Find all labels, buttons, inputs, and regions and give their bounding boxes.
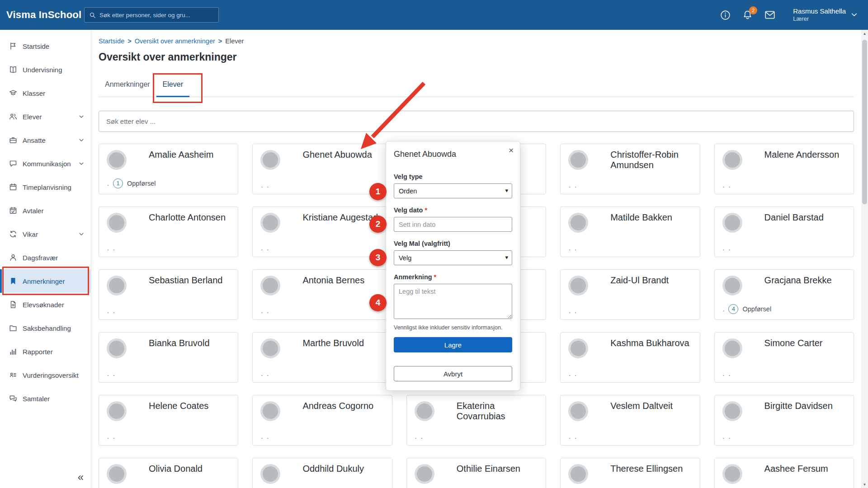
meta-dot: . xyxy=(113,371,115,377)
breadcrumb-item[interactable]: Startside xyxy=(99,38,124,45)
chevron-down-icon xyxy=(850,11,858,19)
student-card[interactable]: Birgitte Davidsen.. xyxy=(714,395,854,446)
chart-icon xyxy=(9,347,17,356)
type-select[interactable]: Orden xyxy=(394,183,512,198)
student-card[interactable]: Zaid-Ul Brandt.. xyxy=(560,269,700,320)
student-name: Matilde Bakken xyxy=(610,212,694,223)
sidebar-item-kommunikasjon[interactable]: Kommunikasjon xyxy=(0,152,91,175)
student-name: Kashma Bukharova xyxy=(610,338,694,348)
cancel-button[interactable]: Avbryt xyxy=(394,366,512,381)
meta-dot: . xyxy=(113,245,115,251)
mal-select[interactable]: Velg xyxy=(394,250,512,265)
sidebar-item-timeplanvisning[interactable]: Timeplanvisning xyxy=(0,175,91,199)
student-card[interactable]: Olivia Donald.. xyxy=(99,458,238,488)
student-card[interactable]: Malene Andersson.. xyxy=(714,144,854,194)
sidebar-item-label: Startside xyxy=(23,42,49,50)
student-search-input[interactable] xyxy=(99,111,854,132)
date-input[interactable] xyxy=(394,217,512,232)
sidebar-item-samtaler[interactable]: Samtaler xyxy=(0,387,91,410)
global-search[interactable] xyxy=(84,7,219,23)
scroll-up-button[interactable]: ▲ xyxy=(861,30,868,37)
scrollbar[interactable]: ▲ ▼ xyxy=(861,30,868,488)
student-meta: .. xyxy=(723,433,731,440)
student-name: Amalie Aasheim xyxy=(149,150,232,160)
student-card[interactable]: Sebastian Berland.. xyxy=(99,269,238,320)
student-card[interactable]: Veslem Daltveit.. xyxy=(560,395,700,446)
user-menu[interactable]: Rasmus Salthella Lærer xyxy=(793,7,858,23)
student-name: Helene Coates xyxy=(149,401,232,411)
sidebar: StartsideUndervisningKlasserEleverAnsatt… xyxy=(0,30,91,488)
student-card[interactable]: Gracjana Brekke.4Oppførsel xyxy=(714,269,854,320)
student-card[interactable]: Andreas Cogorno.. xyxy=(252,395,392,446)
sidebar-item-vikar[interactable]: Vikar xyxy=(0,222,91,246)
meta-dot: . xyxy=(728,182,730,188)
sidebar-item-anmerkninger[interactable]: Anmerkninger xyxy=(0,269,91,293)
student-card[interactable]: Ekaterina Covarrubias.. xyxy=(406,395,546,446)
sidebar-item-vurderingsoversikt[interactable]: Vurderingsoversikt xyxy=(0,363,91,387)
student-card[interactable]: Kashma Bukharova.. xyxy=(560,332,700,383)
sidebar-item-avtaler[interactable]: Avtaler xyxy=(0,199,91,222)
student-card[interactable]: Oddhild Dukuly.. xyxy=(252,458,392,488)
student-card[interactable]: Marthe Bruvold.. xyxy=(252,332,392,383)
sidebar-collapse-button[interactable]: « xyxy=(78,472,84,483)
sidebar-item-dagsfravær[interactable]: Dagsfravær xyxy=(0,246,91,269)
student-meta: .. xyxy=(261,245,269,251)
student-card[interactable]: Amalie Aasheim.1Oppførsel xyxy=(99,144,238,194)
save-button[interactable]: Lagre xyxy=(394,337,512,352)
avatar xyxy=(260,464,280,484)
meta-dot: . xyxy=(267,182,269,188)
app-logo[interactable]: Visma InSchool xyxy=(0,9,81,21)
student-card[interactable]: Kristiane Augestad.. xyxy=(252,206,392,257)
meta-dot: . xyxy=(267,245,269,251)
sidebar-item-saksbehandling[interactable]: Saksbehandling xyxy=(0,316,91,340)
meta-dot: . xyxy=(569,245,571,251)
book-icon xyxy=(9,66,17,74)
student-card[interactable]: Christoffer-Robin Amundsen.. xyxy=(560,144,700,194)
student-card[interactable]: Charlotte Antonsen.. xyxy=(99,206,238,257)
notifications-icon[interactable]: 2 xyxy=(742,9,753,21)
student-card[interactable]: Matilde Bakken.. xyxy=(560,206,700,257)
sidebar-item-startside[interactable]: Startside xyxy=(0,34,91,58)
people-icon xyxy=(9,113,17,121)
sidebar-item-ansatte[interactable]: Ansatte xyxy=(0,128,91,152)
tab-anmerkninger[interactable]: Anmerkninger xyxy=(99,73,156,97)
anmerkning-textarea[interactable] xyxy=(394,284,512,319)
student-card[interactable]: Daniel Barstad.. xyxy=(714,206,854,257)
close-icon[interactable]: × xyxy=(509,146,514,155)
sidebar-item-label: Anmerkninger xyxy=(23,277,65,285)
bookmark-icon xyxy=(9,277,17,285)
sidebar-item-elever[interactable]: Elever xyxy=(0,105,91,128)
anmerkning-type-label: Oppførsel xyxy=(742,305,771,313)
tab-elever[interactable]: Elever xyxy=(156,73,189,97)
meta-dot: . xyxy=(113,433,115,440)
global-search-input[interactable] xyxy=(99,12,214,19)
meta-dot: . xyxy=(415,433,417,440)
student-meta: .. xyxy=(415,433,423,440)
sidebar-item-elevsøknader[interactable]: Elevsøknader xyxy=(0,293,91,316)
student-card[interactable]: Aashee Fersum.. xyxy=(714,458,854,488)
avatar xyxy=(568,213,588,233)
student-card[interactable]: Simone Carter.. xyxy=(714,332,854,383)
student-card[interactable]: Bianka Bruvold.. xyxy=(99,332,238,383)
meta-dot: . xyxy=(575,182,576,188)
student-card[interactable]: Othilie Einarsen.. xyxy=(406,458,546,488)
scrollbar-thumb[interactable] xyxy=(862,40,867,204)
sidebar-item-undervisning[interactable]: Undervisning xyxy=(0,58,91,81)
info-icon[interactable] xyxy=(720,9,731,21)
student-name: Kristiane Augestad xyxy=(302,212,386,223)
scroll-down-button[interactable]: ▼ xyxy=(861,481,868,488)
mail-icon[interactable] xyxy=(764,9,776,21)
breadcrumb-item: Elever xyxy=(225,38,244,45)
briefcase-icon xyxy=(9,136,17,144)
student-card[interactable]: Therese Ellingsen.. xyxy=(560,458,700,488)
document-icon xyxy=(9,300,17,309)
student-card[interactable]: Helene Coates.. xyxy=(99,395,238,446)
breadcrumb-item[interactable]: Oversikt over anmerkninger xyxy=(135,38,215,45)
student-card[interactable]: Ghenet Abuowda.. xyxy=(252,144,392,194)
student-card[interactable]: Antonia Bernes.. xyxy=(252,269,392,320)
topbar: Visma InSchool 2 Rasmus Salthella Lærer xyxy=(0,0,868,30)
breadcrumb: Startside>Oversikt over anmerkninger>Ele… xyxy=(99,37,854,45)
student-name: Malene Andersson xyxy=(764,150,848,160)
sidebar-item-rapporter[interactable]: Rapporter xyxy=(0,340,91,363)
sidebar-item-klasser[interactable]: Klasser xyxy=(0,81,91,105)
